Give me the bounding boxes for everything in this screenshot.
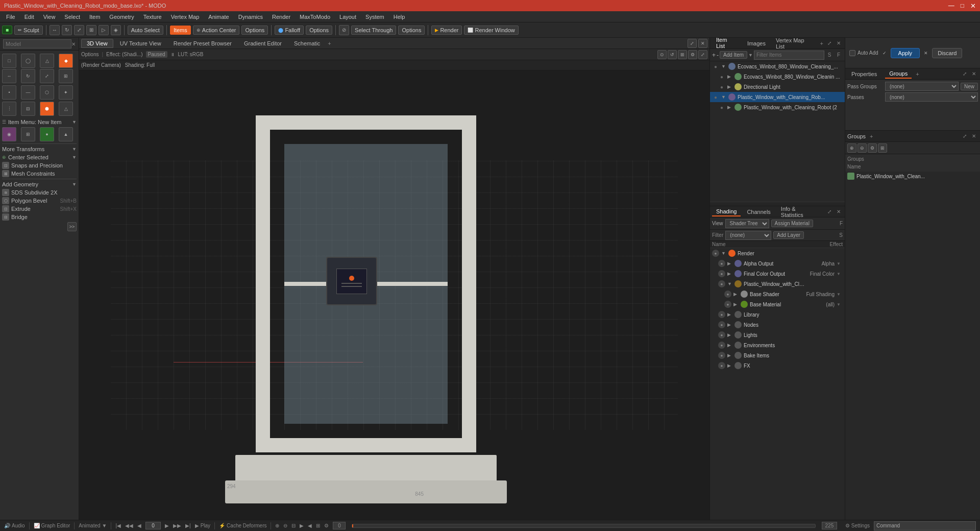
tab-item-list[interactable]: Item List (712, 36, 741, 51)
shade-expand-7[interactable]: ▶ (727, 322, 732, 327)
group-item-row[interactable]: Plastic_Window_with_Clean... (845, 172, 980, 181)
transport-ctrl-6[interactable]: ⊞ (316, 523, 320, 528)
select-poly-tool[interactable]: △ (40, 54, 54, 68)
shade-vis-11[interactable]: ● (718, 362, 725, 369)
shade-row[interactable]: ● ▶ Final Color Output Final Color ▼ (716, 269, 845, 279)
menu-select[interactable]: Select (60, 13, 84, 21)
groups-float-icon[interactable]: ⤢ (961, 132, 969, 140)
menu-edit[interactable]: Edit (20, 13, 38, 21)
start-frame-input[interactable]: 0 (333, 522, 346, 529)
groups-close-icon[interactable]: ✕ (970, 132, 978, 140)
tab-groups[interactable]: Groups (885, 69, 912, 79)
shade-vis-6[interactable]: ● (718, 311, 725, 318)
render-btn[interactable]: ▶ Render (431, 26, 462, 35)
tab-properties[interactable]: Properties (847, 70, 881, 78)
item-tool[interactable]: ✦ (59, 85, 73, 100)
select-through-icon[interactable]: ⊘ (339, 25, 349, 35)
shade-row[interactable]: ● ▼ Plastic_Window_with_Cleani... (716, 279, 845, 289)
shade-expand-8[interactable]: ▶ (727, 332, 732, 337)
expand-icon-0[interactable]: ▼ (721, 64, 726, 69)
maximize-btn[interactable]: □ (961, 2, 964, 10)
select-box-tool[interactable]: □ (2, 54, 16, 68)
tool-icon-6[interactable]: ◈ (111, 25, 121, 35)
pyramid-tool[interactable]: ▲ (59, 127, 73, 141)
add-viewport-tab[interactable]: + (328, 40, 331, 46)
transport-ctrl-1[interactable]: ⊕ (275, 523, 279, 528)
add-prop-tab[interactable]: + (916, 71, 919, 77)
tab-3d-view[interactable]: 3D View (81, 39, 113, 48)
shading-label[interactable]: Shading: Full (125, 62, 155, 68)
transport-ctrl-2[interactable]: ⊖ (283, 523, 287, 528)
shade-vis-9[interactable]: ● (718, 342, 725, 349)
shading-float-icon[interactable]: ⤢ (825, 208, 834, 216)
viewport-ctrl-2[interactable]: ↺ (668, 50, 677, 59)
shade-row[interactable]: ● ▶ Base Shader Full Shading ▼ (722, 289, 845, 299)
transport-ctrl-7[interactable]: ⚙ (324, 523, 329, 528)
item-menu-row[interactable]: ☰ Item Menu: New Item ▼ (0, 118, 79, 126)
items-btn[interactable]: Items (170, 26, 191, 35)
transport-ctrl-5[interactable]: ◀ (308, 523, 312, 528)
item-row[interactable]: ● ▶ Ecovacs_Winbot_880_Window_Cleanin ..… (716, 71, 845, 82)
panel-close-icon[interactable]: ✕ (835, 39, 843, 47)
point-tool[interactable]: ⋮ (2, 102, 16, 116)
play-btn[interactable]: ▶ Play (195, 523, 210, 528)
transport-ctrl-4[interactable]: ▶ (300, 523, 304, 528)
move-tool[interactable]: ↔ (2, 69, 16, 83)
scale-tool[interactable]: ⤢ (40, 69, 54, 83)
shade-vis-0[interactable]: ● (712, 250, 719, 257)
3d-viewport[interactable]: 294 845 0 36 48 60 72 84 96 108 120 132 … (79, 70, 709, 520)
select-lasso-tool[interactable]: ◯ (21, 54, 35, 68)
tab-uv-texture[interactable]: UV Texture View (114, 39, 167, 48)
menu-help[interactable]: Help (389, 13, 409, 21)
graph-editor-btn[interactable]: 📈 Graph Editor (34, 523, 70, 528)
eye-icon-3[interactable]: ● (712, 93, 719, 101)
poly-tool[interactable]: ⬡ (40, 85, 54, 100)
search-close-icon[interactable]: ✕ (71, 41, 76, 47)
shade-vis-5[interactable]: ● (724, 301, 731, 308)
transport-end[interactable]: ▶| (185, 523, 191, 528)
add-layer-btn[interactable]: Add Layer (773, 231, 804, 239)
mesh-tool[interactable]: △ (59, 102, 73, 116)
menu-item[interactable]: Item (85, 13, 104, 21)
viewport-ctrl-4[interactable]: ⚙ (688, 50, 697, 59)
mesh-constraints-row[interactable]: ⊠ Mesh Constraints (0, 170, 79, 178)
prop-float-icon[interactable]: ⤢ (961, 70, 969, 78)
item-list-scrollbar[interactable] (710, 202, 845, 206)
animated-dropdown[interactable]: Animated ▼ (79, 523, 107, 528)
transform-tool[interactable]: ⊞ (59, 69, 73, 83)
groups-icon-1[interactable]: ⊕ (847, 143, 856, 153)
sculpt-btn[interactable]: ✏ Sculpt (14, 26, 43, 35)
expand-icon-4[interactable]: ▶ (727, 105, 732, 110)
item-row[interactable]: ● ▶ Plastic_Window_with_Cleaning_Robot (… (716, 102, 845, 112)
lut-label[interactable]: LUT: sRGB (178, 52, 204, 57)
expand-icon-3[interactable]: ▼ (721, 94, 726, 100)
eye-icon-0[interactable]: ● (712, 63, 719, 70)
item-row-selected[interactable]: ● ▼ Plastic_Window_with_Cleaning_Rob... (710, 92, 845, 102)
item-row[interactable]: ● ▼ Ecovacs_Winbot_880_Window_Cleaning_.… (710, 61, 845, 71)
face-tool[interactable]: ⬢ (40, 102, 54, 116)
tool-icon-4[interactable]: ⊞ (86, 25, 96, 35)
menu-file[interactable]: File (2, 13, 19, 21)
options-label[interactable]: Options (81, 52, 99, 57)
shade-vis-10[interactable]: ● (718, 352, 725, 359)
transport-next-frame[interactable]: ▶ (165, 523, 169, 528)
select-active-tool[interactable]: ◆ (59, 54, 73, 68)
bridge-row[interactable]: ⊟ Bridge (0, 213, 79, 221)
shade-row[interactable]: ● ▶ Environments (716, 340, 845, 350)
apply-btn[interactable]: Apply (891, 48, 920, 58)
shade-row[interactable]: ● ▼ Render (710, 248, 845, 258)
add-item-dropdown[interactable]: ▼ (748, 53, 753, 58)
expand-icon-1[interactable]: ▶ (727, 74, 732, 79)
effect-label[interactable]: Effect: (Shadi...) (106, 52, 143, 57)
menu-animate[interactable]: Animate (204, 13, 233, 21)
render-window-btn[interactable]: ⬜ Render Window (464, 26, 518, 35)
shading-close-icon[interactable]: ✕ (835, 208, 843, 216)
add-icon[interactable]: + (712, 52, 716, 59)
shade-expand-11[interactable]: ▶ (727, 363, 732, 368)
add-panel-tab[interactable]: + (820, 40, 823, 46)
menu-layout[interactable]: Layout (335, 13, 360, 21)
tab-schematic[interactable]: Schematic (288, 39, 326, 48)
transport-prev[interactable]: ◀◀ (125, 523, 133, 528)
tab-shading[interactable]: Shading (712, 207, 741, 216)
options-btn-1[interactable]: Options (241, 26, 268, 35)
